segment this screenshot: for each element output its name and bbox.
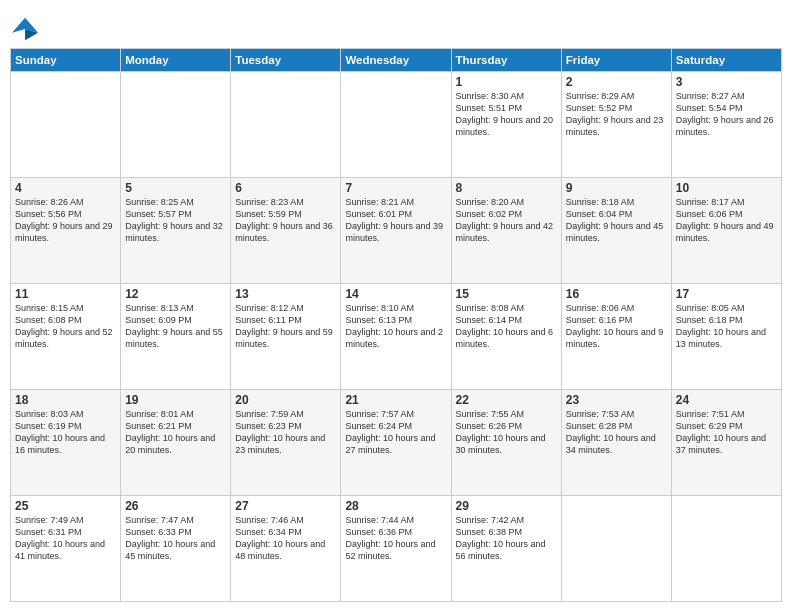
day-number: 23 xyxy=(566,393,667,407)
day-cell: 29Sunrise: 7:42 AM Sunset: 6:38 PM Dayli… xyxy=(451,496,561,602)
page-container: SundayMondayTuesdayWednesdayThursdayFrid… xyxy=(0,0,792,612)
day-number: 29 xyxy=(456,499,557,513)
day-cell: 26Sunrise: 7:47 AM Sunset: 6:33 PM Dayli… xyxy=(121,496,231,602)
day-number: 6 xyxy=(235,181,336,195)
week-row-0: 1Sunrise: 8:30 AM Sunset: 5:51 PM Daylig… xyxy=(11,72,782,178)
day-info: Sunrise: 7:51 AM Sunset: 6:29 PM Dayligh… xyxy=(676,408,777,457)
day-info: Sunrise: 8:25 AM Sunset: 5:57 PM Dayligh… xyxy=(125,196,226,245)
day-info: Sunrise: 8:10 AM Sunset: 6:13 PM Dayligh… xyxy=(345,302,446,351)
day-cell: 20Sunrise: 7:59 AM Sunset: 6:23 PM Dayli… xyxy=(231,390,341,496)
day-cell: 27Sunrise: 7:46 AM Sunset: 6:34 PM Dayli… xyxy=(231,496,341,602)
day-cell: 13Sunrise: 8:12 AM Sunset: 6:11 PM Dayli… xyxy=(231,284,341,390)
day-info: Sunrise: 8:29 AM Sunset: 5:52 PM Dayligh… xyxy=(566,90,667,139)
day-number: 13 xyxy=(235,287,336,301)
calendar-table: SundayMondayTuesdayWednesdayThursdayFrid… xyxy=(10,48,782,602)
logo xyxy=(10,14,40,42)
day-cell: 22Sunrise: 7:55 AM Sunset: 6:26 PM Dayli… xyxy=(451,390,561,496)
week-row-3: 18Sunrise: 8:03 AM Sunset: 6:19 PM Dayli… xyxy=(11,390,782,496)
day-header-monday: Monday xyxy=(121,49,231,72)
day-number: 1 xyxy=(456,75,557,89)
day-header-tuesday: Tuesday xyxy=(231,49,341,72)
day-number: 10 xyxy=(676,181,777,195)
day-cell xyxy=(561,496,671,602)
day-info: Sunrise: 8:03 AM Sunset: 6:19 PM Dayligh… xyxy=(15,408,116,457)
day-info: Sunrise: 7:55 AM Sunset: 6:26 PM Dayligh… xyxy=(456,408,557,457)
day-info: Sunrise: 7:53 AM Sunset: 6:28 PM Dayligh… xyxy=(566,408,667,457)
day-info: Sunrise: 8:23 AM Sunset: 5:59 PM Dayligh… xyxy=(235,196,336,245)
day-cell: 6Sunrise: 8:23 AM Sunset: 5:59 PM Daylig… xyxy=(231,178,341,284)
day-info: Sunrise: 8:15 AM Sunset: 6:08 PM Dayligh… xyxy=(15,302,116,351)
day-number: 4 xyxy=(15,181,116,195)
day-number: 5 xyxy=(125,181,226,195)
day-cell: 15Sunrise: 8:08 AM Sunset: 6:14 PM Dayli… xyxy=(451,284,561,390)
day-info: Sunrise: 8:05 AM Sunset: 6:18 PM Dayligh… xyxy=(676,302,777,351)
day-number: 15 xyxy=(456,287,557,301)
day-cell: 8Sunrise: 8:20 AM Sunset: 6:02 PM Daylig… xyxy=(451,178,561,284)
day-header-wednesday: Wednesday xyxy=(341,49,451,72)
day-cell: 5Sunrise: 8:25 AM Sunset: 5:57 PM Daylig… xyxy=(121,178,231,284)
day-info: Sunrise: 8:18 AM Sunset: 6:04 PM Dayligh… xyxy=(566,196,667,245)
day-cell: 11Sunrise: 8:15 AM Sunset: 6:08 PM Dayli… xyxy=(11,284,121,390)
day-cell: 2Sunrise: 8:29 AM Sunset: 5:52 PM Daylig… xyxy=(561,72,671,178)
day-number: 16 xyxy=(566,287,667,301)
week-row-2: 11Sunrise: 8:15 AM Sunset: 6:08 PM Dayli… xyxy=(11,284,782,390)
day-number: 12 xyxy=(125,287,226,301)
day-info: Sunrise: 8:20 AM Sunset: 6:02 PM Dayligh… xyxy=(456,196,557,245)
day-number: 26 xyxy=(125,499,226,513)
day-info: Sunrise: 8:21 AM Sunset: 6:01 PM Dayligh… xyxy=(345,196,446,245)
day-number: 20 xyxy=(235,393,336,407)
calendar-body: 1Sunrise: 8:30 AM Sunset: 5:51 PM Daylig… xyxy=(11,72,782,602)
day-number: 19 xyxy=(125,393,226,407)
day-number: 3 xyxy=(676,75,777,89)
day-number: 21 xyxy=(345,393,446,407)
header xyxy=(10,10,782,42)
day-number: 25 xyxy=(15,499,116,513)
day-cell: 28Sunrise: 7:44 AM Sunset: 6:36 PM Dayli… xyxy=(341,496,451,602)
day-cell: 24Sunrise: 7:51 AM Sunset: 6:29 PM Dayli… xyxy=(671,390,781,496)
svg-marker-0 xyxy=(12,18,38,33)
day-cell: 17Sunrise: 8:05 AM Sunset: 6:18 PM Dayli… xyxy=(671,284,781,390)
day-number: 28 xyxy=(345,499,446,513)
day-info: Sunrise: 8:12 AM Sunset: 6:11 PM Dayligh… xyxy=(235,302,336,351)
day-info: Sunrise: 8:01 AM Sunset: 6:21 PM Dayligh… xyxy=(125,408,226,457)
day-cell xyxy=(341,72,451,178)
day-number: 2 xyxy=(566,75,667,89)
day-info: Sunrise: 7:47 AM Sunset: 6:33 PM Dayligh… xyxy=(125,514,226,563)
day-info: Sunrise: 8:08 AM Sunset: 6:14 PM Dayligh… xyxy=(456,302,557,351)
day-info: Sunrise: 8:30 AM Sunset: 5:51 PM Dayligh… xyxy=(456,90,557,139)
day-cell xyxy=(231,72,341,178)
day-info: Sunrise: 7:49 AM Sunset: 6:31 PM Dayligh… xyxy=(15,514,116,563)
day-info: Sunrise: 7:57 AM Sunset: 6:24 PM Dayligh… xyxy=(345,408,446,457)
day-cell: 10Sunrise: 8:17 AM Sunset: 6:06 PM Dayli… xyxy=(671,178,781,284)
day-cell: 9Sunrise: 8:18 AM Sunset: 6:04 PM Daylig… xyxy=(561,178,671,284)
day-cell: 25Sunrise: 7:49 AM Sunset: 6:31 PM Dayli… xyxy=(11,496,121,602)
day-cell xyxy=(11,72,121,178)
day-cell: 12Sunrise: 8:13 AM Sunset: 6:09 PM Dayli… xyxy=(121,284,231,390)
day-cell: 4Sunrise: 8:26 AM Sunset: 5:56 PM Daylig… xyxy=(11,178,121,284)
day-cell: 16Sunrise: 8:06 AM Sunset: 6:16 PM Dayli… xyxy=(561,284,671,390)
day-number: 27 xyxy=(235,499,336,513)
day-cell: 3Sunrise: 8:27 AM Sunset: 5:54 PM Daylig… xyxy=(671,72,781,178)
day-number: 22 xyxy=(456,393,557,407)
day-info: Sunrise: 8:17 AM Sunset: 6:06 PM Dayligh… xyxy=(676,196,777,245)
day-number: 18 xyxy=(15,393,116,407)
day-info: Sunrise: 8:26 AM Sunset: 5:56 PM Dayligh… xyxy=(15,196,116,245)
week-row-4: 25Sunrise: 7:49 AM Sunset: 6:31 PM Dayli… xyxy=(11,496,782,602)
day-number: 9 xyxy=(566,181,667,195)
day-number: 14 xyxy=(345,287,446,301)
day-cell: 19Sunrise: 8:01 AM Sunset: 6:21 PM Dayli… xyxy=(121,390,231,496)
day-cell: 21Sunrise: 7:57 AM Sunset: 6:24 PM Dayli… xyxy=(341,390,451,496)
day-cell: 23Sunrise: 7:53 AM Sunset: 6:28 PM Dayli… xyxy=(561,390,671,496)
day-number: 7 xyxy=(345,181,446,195)
day-number: 24 xyxy=(676,393,777,407)
week-row-1: 4Sunrise: 8:26 AM Sunset: 5:56 PM Daylig… xyxy=(11,178,782,284)
day-header-sunday: Sunday xyxy=(11,49,121,72)
day-info: Sunrise: 7:44 AM Sunset: 6:36 PM Dayligh… xyxy=(345,514,446,563)
day-info: Sunrise: 8:06 AM Sunset: 6:16 PM Dayligh… xyxy=(566,302,667,351)
day-info: Sunrise: 7:42 AM Sunset: 6:38 PM Dayligh… xyxy=(456,514,557,563)
day-number: 8 xyxy=(456,181,557,195)
day-info: Sunrise: 8:27 AM Sunset: 5:54 PM Dayligh… xyxy=(676,90,777,139)
day-cell: 18Sunrise: 8:03 AM Sunset: 6:19 PM Dayli… xyxy=(11,390,121,496)
day-info: Sunrise: 8:13 AM Sunset: 6:09 PM Dayligh… xyxy=(125,302,226,351)
day-header-thursday: Thursday xyxy=(451,49,561,72)
